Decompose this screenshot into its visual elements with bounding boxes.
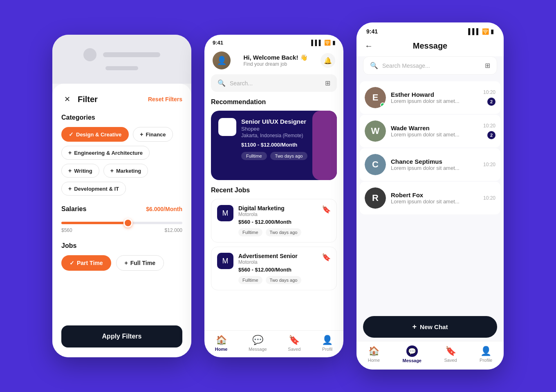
active-message-dot: 💬 — [406, 345, 418, 357]
msg-meta-robert: 10:20 — [483, 195, 495, 201]
conversation-robert[interactable]: R Robert Fox Lorem ipsum dolor sit amet.… — [360, 182, 500, 214]
msg-nav-profile[interactable]: 👤 Profile — [480, 346, 492, 363]
msg-meta-wade: 10:20 2 — [483, 123, 495, 139]
new-chat-button[interactable]: + New Chat — [363, 316, 497, 338]
job-fulltime[interactable]: + Full Time — [116, 255, 164, 271]
status-bar: 9:41 ▌▌▌ 🛜 ▮ — [204, 35, 343, 48]
msg-nav-profile-label: Profile — [480, 358, 492, 363]
conversation-chance[interactable]: C Chance Septimus Lorem ipsum dolor sit … — [360, 148, 500, 181]
plus-icon-3: + — [68, 167, 72, 174]
text-blur-1 — [103, 52, 160, 57]
msg-time-wade: 10:20 — [483, 123, 495, 129]
conversation-esther[interactable]: E Esther Howard Lorem ipsum dolor sit am… — [360, 81, 500, 114]
status-icons: ▌▌▌ 🛜 ▮ — [311, 40, 335, 46]
msg-nav-home[interactable]: 🏠 Home — [368, 346, 380, 363]
msg-body-chance: Chance Septimus Lorem ipsum dolor sit am… — [391, 158, 478, 171]
fulltime-label: Full Time — [130, 260, 155, 266]
adjust-icon-button[interactable]: ⊞ — [485, 62, 490, 69]
jobs-label: Jobs — [61, 242, 182, 249]
nav-message[interactable]: 💬 Message — [249, 335, 267, 352]
search-bar[interactable]: 🔍 Search... ⊞ — [211, 74, 337, 92]
msg-search-icon: 🔍 — [370, 62, 378, 69]
salary-min: $560 — [61, 227, 72, 233]
search-placeholder: Search... — [230, 80, 321, 87]
msg-preview-chance: Lorem ipsum dolor sit amet... — [391, 165, 478, 171]
category-writing[interactable]: + Writing — [61, 164, 99, 178]
msg-nav-message-label: Message — [403, 358, 421, 363]
job-tag-time-1: Two days ago — [266, 228, 302, 236]
msg-preview-wade: Lorem ipsum dolor sit amet... — [391, 131, 478, 138]
notification-bell-button[interactable]: 🔔 — [321, 53, 335, 68]
msg-body-robert: Robert Fox Lorem ipsum dolor sit amet... — [391, 192, 478, 205]
category-design-label: Design & Creative — [76, 131, 121, 138]
salary-max: $12.000 — [165, 227, 182, 233]
message-title: Message — [413, 41, 448, 51]
filter-title: Filter — [78, 95, 98, 104]
msg-status-time: 9:41 — [366, 28, 378, 35]
featured-job-card[interactable]: 🛍 Senior UI/UX Designer Shopee Jakarta, … — [211, 111, 337, 180]
text-blur-2 — [105, 66, 138, 70]
nav-profil[interactable]: 👤 Profil — [322, 335, 333, 352]
msg-nav-message[interactable]: 💬 Message — [403, 345, 421, 363]
msg-message-icon: 💬 — [408, 347, 416, 355]
avatar-esther: E — [365, 87, 386, 108]
category-engineering-label: Engineering & Architecture — [74, 150, 143, 156]
filter-phone: ✕ Filter Reset Filters Categories ✓ Desi… — [52, 35, 191, 357]
home-header: 👤 Hi, Welcome Back! 👋 Find your dream jo… — [204, 48, 343, 74]
message-search-bar[interactable]: 🔍 Search Message... ⊞ — [363, 56, 497, 75]
online-indicator-esther — [380, 102, 385, 107]
filter-icon-button[interactable]: ⊞ — [325, 79, 330, 87]
recent-job-2[interactable]: M Advertisement Senior Motorola $560 - $… — [211, 247, 337, 290]
new-chat-label: New Chat — [420, 323, 448, 330]
category-finance[interactable]: + Finance — [133, 127, 173, 142]
saved-icon: 🔖 — [289, 335, 300, 345]
job-salary-1: $560 - $12.000/Month — [238, 219, 317, 225]
filter-sheet: ✕ Filter Reset Filters Categories ✓ Desi… — [52, 84, 191, 357]
featured-job-title: Senior UI/UX Designer — [241, 118, 307, 125]
home-icon: 🏠 — [216, 335, 227, 345]
reset-filters-button[interactable]: Reset Filters — [148, 96, 182, 102]
motorola-logo-2: M — [217, 253, 233, 269]
close-button[interactable]: ✕ — [61, 94, 73, 105]
profil-icon: 👤 — [322, 335, 333, 345]
recent-job-1[interactable]: M Digital Marketing Motorola $560 - $12.… — [211, 199, 337, 243]
slider-thumb[interactable] — [123, 218, 132, 227]
avatar-robert-placeholder: R — [365, 187, 386, 209]
battery-icon: ▮ — [332, 40, 335, 46]
featured-salary: $1100 - $12.000/Month — [241, 142, 307, 148]
job-company-2: Motorola — [238, 259, 317, 265]
contact-name-wade: Wade Warren — [391, 125, 478, 131]
card-bg-accent — [312, 111, 337, 180]
msg-status-bar: 9:41 ▌▌▌ 🛜 ▮ — [356, 22, 504, 38]
salary-slider[interactable] — [61, 222, 182, 224]
nav-home[interactable]: 🏠 Home — [215, 335, 228, 352]
msg-nav-saved[interactable]: 🔖 Saved — [444, 346, 457, 363]
bookmark-button-1[interactable]: 🔖 — [322, 205, 331, 214]
job-tags-1: Fulltime Two days ago — [238, 228, 317, 236]
nav-saved-label: Saved — [288, 347, 300, 352]
category-writing-label: Writing — [74, 168, 92, 174]
salary-range: $560 $12.000 — [61, 227, 182, 233]
conversation-wade[interactable]: W Wade Warren Lorem ipsum dolor sit amet… — [360, 115, 500, 147]
featured-tag-type: Fulltime — [241, 152, 267, 160]
bookmark-button-2[interactable]: 🔖 — [322, 253, 331, 262]
category-design[interactable]: ✓ Design & Creative — [61, 127, 129, 142]
message-icon: 💬 — [252, 335, 263, 345]
contact-name-robert: Robert Fox — [391, 192, 478, 198]
category-engineering[interactable]: + Engineering & Architecture — [61, 146, 150, 160]
back-button[interactable]: ← — [365, 41, 373, 51]
job-title-1: Digital Marketing — [238, 205, 317, 212]
company-logo-shopee: 🛍 — [218, 118, 236, 136]
category-marketing[interactable]: + Marketing — [103, 164, 148, 178]
nav-saved[interactable]: 🔖 Saved — [288, 335, 300, 352]
jobs-row: ✓ Part Time + Full Time — [61, 255, 182, 271]
search-icon: 🔍 — [217, 79, 226, 87]
message-phone: 9:41 ▌▌▌ 🛜 ▮ ← Message 🔍 Search Message.… — [356, 22, 504, 370]
apply-filters-button[interactable]: Apply Filters — [61, 325, 182, 347]
category-development[interactable]: + Development & IT — [61, 182, 126, 196]
job-parttime[interactable]: ✓ Part Time — [61, 255, 111, 271]
category-development-label: Development & IT — [74, 186, 119, 192]
wifi-icon: 🛜 — [324, 40, 331, 46]
bottom-nav: 🏠 Home 💬 Message 🔖 Saved 👤 Profil — [204, 330, 343, 357]
filter-header-left: ✕ Filter — [61, 94, 98, 105]
